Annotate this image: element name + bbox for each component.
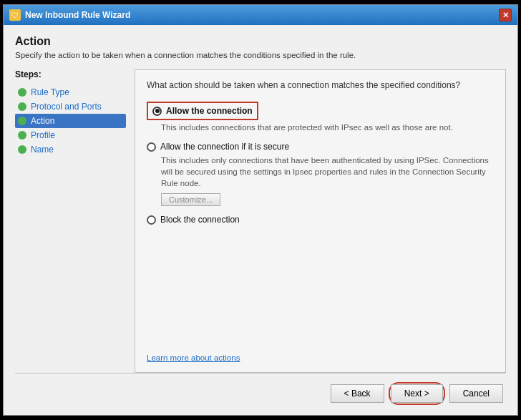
sidebar-item-name[interactable]: Name (15, 142, 126, 157)
footer-divider (15, 373, 506, 373)
next-button-wrapper: Next > (389, 382, 445, 405)
step-dot-profile (18, 131, 26, 140)
option-block-label: Block the connection (160, 215, 240, 225)
steps-label: Steps: (15, 69, 126, 79)
title-bar-left: 🛡 New Inbound Rule Wizard (9, 9, 130, 21)
step-dot-protocol-ports (18, 102, 26, 111)
radio-allow-secure[interactable] (147, 142, 156, 152)
page-title: Action (15, 35, 506, 48)
cancel-button[interactable]: Cancel (449, 384, 503, 403)
radio-block[interactable] (147, 215, 156, 225)
option-block-row: Block the connection (147, 215, 494, 225)
sidebar-item-label-profile: Profile (31, 130, 55, 140)
option-allow: Allow the connection This includes conne… (147, 102, 494, 133)
step-dot-rule-type (18, 88, 26, 97)
option-allow-secure-desc: This includes only connections that have… (161, 155, 494, 189)
sidebar-item-action[interactable]: Action (15, 114, 126, 128)
sidebar: Steps: Rule Type Protocol and Ports Acti… (15, 69, 126, 373)
footer: < Back Next > Cancel (15, 375, 506, 408)
step-dot-action (18, 117, 26, 125)
option-allow-secure-row: Allow the connection if it is secure (147, 142, 494, 152)
window-content: Action Specify the action to be taken wh… (4, 25, 517, 415)
sidebar-item-label-rule-type: Rule Type (31, 87, 69, 97)
close-button[interactable]: ✕ (499, 9, 512, 21)
step-dot-name (18, 145, 26, 154)
radio-allow[interactable] (152, 107, 162, 116)
sidebar-item-label-protocol-ports: Protocol and Ports (31, 102, 102, 112)
main-area: Steps: Rule Type Protocol and Ports Acti… (15, 69, 506, 373)
sidebar-item-label-name: Name (31, 145, 54, 155)
window-title: New Inbound Rule Wizard (25, 10, 130, 20)
option-allow-box: Allow the connection (147, 102, 258, 120)
option-allow-secure-label: Allow the connection if it is secure (160, 142, 289, 152)
window-icon: 🛡 (9, 9, 21, 21)
sidebar-item-rule-type[interactable]: Rule Type (15, 85, 126, 99)
sidebar-item-protocol-ports[interactable]: Protocol and Ports (15, 99, 126, 114)
sidebar-item-profile[interactable]: Profile (15, 128, 126, 142)
title-bar: 🛡 New Inbound Rule Wizard ✕ (4, 5, 517, 25)
learn-more-link[interactable]: Learn more about actions (147, 353, 494, 362)
next-button[interactable]: Next > (391, 384, 443, 403)
back-button[interactable]: < Back (331, 384, 384, 403)
option-block: Block the connection (147, 215, 494, 228)
wizard-window: 🛡 New Inbound Rule Wizard ✕ Action Speci… (3, 4, 518, 416)
sidebar-item-label-action: Action (31, 116, 54, 126)
content-panel: What action should be taken when a conne… (135, 69, 506, 373)
option-allow-secure: Allow the connection if it is secure Thi… (147, 142, 494, 206)
question-text: What action should be taken when a conne… (147, 80, 494, 90)
option-allow-label: Allow the connection (166, 106, 253, 116)
page-subtitle: Specify the action to be taken when a co… (15, 51, 506, 59)
customize-button[interactable]: Customize... (161, 193, 220, 206)
option-allow-desc: This includes connections that are prote… (161, 122, 494, 133)
